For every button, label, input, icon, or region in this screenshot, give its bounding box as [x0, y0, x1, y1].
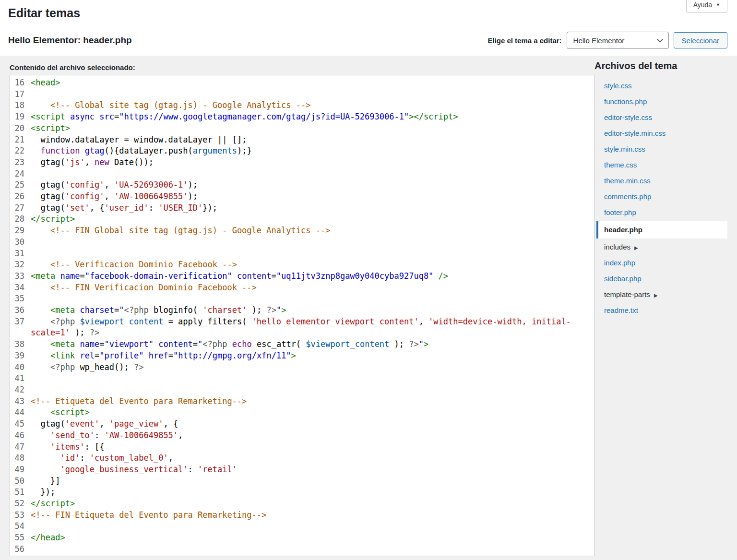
code-line[interactable]: 33<meta name="facebook-domain-verificati…	[10, 271, 594, 282]
file-item-functions-php[interactable]: functions.php	[596, 94, 727, 109]
code-line[interactable]: 42	[10, 384, 594, 396]
code-line-text: <script>	[31, 123, 594, 134]
code-line[interactable]: 47 'items': [{	[10, 441, 594, 453]
code-line[interactable]: 41	[10, 373, 594, 384]
help-button[interactable]: Ayuda ▼	[686, 0, 727, 13]
file-item-editor-style-min-css[interactable]: editor-style.min.css	[596, 125, 727, 141]
chevron-down-icon	[657, 36, 663, 43]
code-line[interactable]: 32 <!-- Verificacion Dominio Facebook --…	[10, 259, 594, 271]
code-lines: 16<head>1718 <!-- Global site tag (gtag.…	[10, 77, 594, 555]
theme-select-label: Elige el tema a editar:	[487, 36, 561, 45]
code-editor[interactable]: 16<head>1718 <!-- Global site tag (gtag.…	[10, 75, 594, 556]
file-item-label: style.css	[604, 82, 632, 90]
line-number: 39	[10, 350, 24, 362]
file-item-theme-css[interactable]: theme.css	[596, 157, 727, 173]
line-number: 54	[10, 521, 24, 532]
code-line[interactable]: 50 }]	[10, 476, 594, 487]
code-line[interactable]: 34 <!-- FIN Verificacion Dominio Faceboo…	[10, 282, 594, 294]
code-line[interactable]: 28</script>	[10, 214, 594, 225]
page-title: Editar temas	[8, 6, 727, 20]
code-line-text	[31, 521, 594, 532]
select-theme-button[interactable]: Seleccionar	[674, 32, 727, 48]
code-line[interactable]: 26 gtag('config', 'AW-1006649855');	[10, 191, 594, 203]
code-line[interactable]: 31	[10, 248, 594, 260]
file-item-style-min-css[interactable]: style.min.css	[596, 141, 727, 157]
code-line[interactable]: 24	[10, 168, 594, 180]
code-line[interactable]: 30	[10, 237, 594, 248]
code-line[interactable]: 49 'google_business_vertical': 'retail'	[10, 464, 594, 476]
code-line[interactable]: 16<head>	[10, 77, 594, 89]
code-line[interactable]: 20<script>	[10, 123, 594, 134]
code-line[interactable]: 18 <!-- Global site tag (gtag.js) - Goog…	[10, 100, 594, 111]
code-line[interactable]: 22 function gtag(){dataLayer.push(argume…	[10, 145, 594, 157]
code-line[interactable]: 44 <script>	[10, 407, 594, 418]
line-number: 49	[10, 464, 24, 476]
file-item-footer-php[interactable]: footer.php	[596, 204, 727, 220]
code-line[interactable]: 17	[10, 89, 594, 100]
file-item-label: editor-style.css	[604, 113, 652, 121]
code-line[interactable]: 48 'id': 'custom_label_0',	[10, 453, 594, 464]
line-number: 18	[10, 100, 24, 111]
code-line-text: gtag('set', {'user_id': 'USER_ID'});	[31, 203, 594, 214]
code-line[interactable]: 19<script async src="https://www.googlet…	[10, 111, 594, 123]
file-item-template-parts[interactable]: template-parts▶	[596, 286, 727, 302]
code-line-text: <!-- Global site tag (gtag.js) - Google …	[31, 100, 594, 111]
code-line[interactable]: 39 <link rel="profile" href="http://gmpg…	[10, 350, 594, 362]
code-line[interactable]: 45 gtag('event', 'page_view', {	[10, 418, 594, 430]
theme-select-value: Hello Elementor	[573, 36, 625, 45]
file-item-comments-php[interactable]: comments.php	[596, 189, 727, 204]
code-line-text: <!-- FIN Global site tag (gtag.js) - Goo…	[31, 225, 594, 237]
line-number: 37	[10, 316, 24, 339]
theme-select[interactable]: Hello Elementor	[567, 32, 669, 49]
code-line[interactable]: 25 gtag('config', 'UA-52693006-1');	[10, 179, 594, 191]
file-header-row: Hello Elementor: header.php Elige el tem…	[8, 32, 727, 49]
line-number: 17	[10, 89, 24, 100]
code-line[interactable]: 35	[10, 293, 594, 305]
line-number: 19	[10, 111, 24, 123]
file-item-style-css[interactable]: style.css	[596, 78, 727, 94]
code-line[interactable]: 40 <?php wp_head(); ?>	[10, 362, 594, 373]
line-number: 46	[10, 430, 24, 441]
code-line[interactable]: 56	[10, 544, 594, 555]
file-item-label: theme.min.css	[604, 177, 651, 185]
code-line[interactable]: 23 gtag('js', new Date());	[10, 157, 594, 168]
code-line-text	[31, 168, 594, 180]
code-line[interactable]: 52</script>	[10, 498, 594, 510]
code-line[interactable]: 43<!-- Etiqueta del Evento para Remarket…	[10, 396, 594, 407]
code-line[interactable]: 29 <!-- FIN Global site tag (gtag.js) - …	[10, 225, 594, 237]
file-item-theme-min-css[interactable]: theme.min.css	[596, 173, 727, 189]
line-number: 35	[10, 293, 24, 305]
code-line[interactable]: 38 <meta name="viewport" content="<?php …	[10, 339, 594, 350]
code-line[interactable]: 46 'send_to': 'AW-1006649855',	[10, 430, 594, 441]
code-line[interactable]: 27 gtag('set', {'user_id': 'USER_ID'});	[10, 203, 594, 214]
code-line[interactable]: 54	[10, 521, 594, 532]
code-line-text: </head>	[31, 532, 594, 544]
line-number: 40	[10, 362, 24, 373]
file-item-includes[interactable]: includes▶	[596, 239, 727, 255]
code-line-text: gtag('config', 'UA-52693006-1');	[31, 179, 594, 191]
file-item-editor-style-css[interactable]: editor-style.css	[596, 109, 727, 125]
line-number: 22	[10, 145, 24, 157]
code-line[interactable]: 55</head>	[10, 532, 594, 544]
file-item-header-php[interactable]: header.php	[596, 221, 727, 238]
file-item-readme-txt[interactable]: readme.txt	[596, 302, 727, 318]
code-line-text: <link rel="profile" href="http://gmpg.or…	[31, 350, 594, 362]
file-item-index-php[interactable]: index.php	[596, 255, 727, 271]
file-item-sidebar-php[interactable]: sidebar.php	[596, 271, 727, 286]
line-number: 42	[10, 384, 24, 396]
line-number: 56	[10, 544, 24, 555]
line-number: 53	[10, 510, 24, 521]
code-line[interactable]: 37 <?php $viewport_content = apply_filte…	[10, 316, 594, 339]
labels-row: Contenido del archivo seleccionado: Arch…	[10, 60, 727, 71]
code-line[interactable]: 36 <meta charset="<?php bloginfo( 'chars…	[10, 305, 594, 316]
code-line[interactable]: 53<!-- FIN Etiqueta del Evento para Rema…	[10, 510, 594, 521]
code-line[interactable]: 51 });	[10, 487, 594, 498]
file-item-label: sidebar.php	[604, 274, 642, 283]
code-line-text: 'id': 'custom_label_0',	[31, 453, 594, 464]
help-button-label: Ayuda	[693, 1, 712, 9]
file-item-label: includes	[604, 243, 630, 251]
code-line-text: 'google_business_vertical': 'retail'	[31, 464, 594, 476]
code-line[interactable]: 21 window.dataLayer = window.dataLayer |…	[10, 134, 594, 146]
file-content-label: Contenido del archivo seleccionado:	[10, 63, 594, 71]
code-line-text: <!-- FIN Verificacion Dominio Facebook -…	[31, 282, 594, 294]
